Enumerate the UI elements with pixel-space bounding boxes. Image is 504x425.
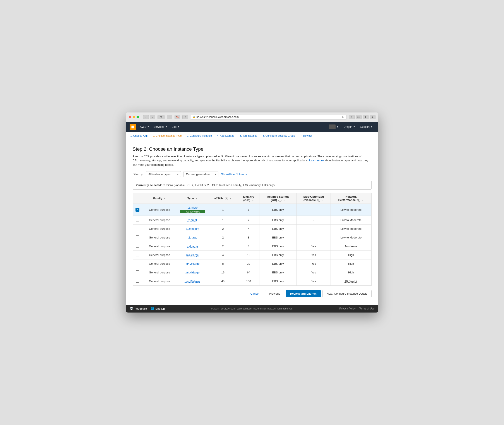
memory-sort-icon[interactable]: ▼: [252, 199, 254, 202]
row-checkbox-cell[interactable]: [133, 242, 142, 251]
instance-type-filter[interactable]: All instance types: [146, 171, 181, 177]
row-checkbox-cell[interactable]: [133, 268, 142, 277]
share-action-button[interactable]: ⎙: [349, 115, 355, 119]
storage-sort-icon[interactable]: ▼: [283, 199, 285, 201]
instance-type-link[interactable]: t2.medium: [186, 227, 199, 230]
download-action-button[interactable]: ⬇: [363, 115, 368, 119]
instance-type-link[interactable]: m4.large: [187, 245, 198, 248]
cell-ebs: -: [297, 225, 330, 233]
unselected-checkbox[interactable]: [136, 244, 139, 248]
row-checkbox-cell[interactable]: [133, 259, 142, 268]
privacy-policy-link[interactable]: Privacy Policy: [339, 307, 356, 310]
instance-type-link[interactable]: t2.small: [188, 218, 197, 222]
step-6-configure-security-group[interactable]: 6. Configure Security Group: [263, 134, 295, 138]
network-performance-link[interactable]: 10 Gigabit: [344, 279, 357, 283]
back-button[interactable]: ‹: [143, 115, 149, 119]
user-menu[interactable]: ▼: [327, 122, 341, 132]
cell-memory: 8: [238, 233, 259, 242]
cell-network: High: [331, 268, 371, 277]
generation-filter[interactable]: Current generation: [183, 171, 218, 177]
bookmark-button[interactable]: 🔖: [174, 115, 180, 119]
network-sort-icon[interactable]: ▼: [362, 199, 364, 201]
language-selector[interactable]: 🌐 English: [150, 307, 165, 310]
share-button[interactable]: ⤴: [182, 115, 188, 119]
step-5-tag-instance[interactable]: 5. Tag Instance: [239, 134, 257, 138]
terms-of-use-link[interactable]: Terms of Use: [359, 307, 375, 310]
cell-storage: EBS only: [259, 268, 297, 277]
type-sort-icon[interactable]: ▼: [195, 198, 197, 200]
support-menu[interactable]: Support ▼: [358, 122, 375, 132]
minimize-button[interactable]: [133, 116, 135, 118]
ebs-info-icon[interactable]: i: [317, 199, 320, 202]
instance-type-table: Family ▼ Type ▼ vCPUs i ▼ Memory(GiB): [133, 193, 372, 286]
show-hide-columns-link[interactable]: Show/Hide Columns: [221, 173, 247, 176]
aws-brand-caret: ▼: [147, 126, 149, 128]
home-button[interactable]: ⌂: [167, 115, 172, 119]
step-4-add-storage[interactable]: 4. Add Storage: [217, 134, 234, 138]
storage-info-icon[interactable]: i: [278, 199, 281, 202]
instance-type-link[interactable]: m4.xlarge: [186, 253, 199, 257]
unselected-checkbox[interactable]: [136, 227, 139, 230]
instance-type-link[interactable]: t2.micro: [187, 206, 197, 209]
table-row: General purposem4.10xlarge40160EBS onlyY…: [133, 277, 371, 286]
url-bar[interactable]: 🔒 us-west-2.console.aws.amazon.com ↻: [190, 115, 347, 120]
services-menu[interactable]: Services ▼: [151, 122, 169, 132]
row-checkbox-cell[interactable]: [133, 233, 142, 242]
row-checkbox-cell[interactable]: [133, 251, 142, 259]
instance-type-link[interactable]: m4.2xlarge: [186, 262, 200, 265]
region-menu[interactable]: Oregon ▼: [342, 122, 357, 132]
new-tab-button[interactable]: +: [370, 115, 375, 119]
cell-ebs: Yes: [297, 259, 330, 268]
unselected-checkbox[interactable]: [136, 253, 139, 256]
filter-label: Filter by:: [133, 173, 143, 176]
edit-menu[interactable]: Edit ▼: [169, 122, 181, 132]
unselected-checkbox[interactable]: [136, 262, 139, 265]
page-description: Amazon EC2 provides a wide selection of …: [133, 154, 368, 167]
row-checkbox-cell[interactable]: [133, 225, 142, 233]
edit-label: Edit: [172, 125, 176, 128]
cell-memory: 64: [238, 268, 259, 277]
cell-ebs: -: [297, 233, 330, 242]
row-checkbox-cell[interactable]: ✓: [133, 204, 142, 216]
cell-family: General purpose: [142, 225, 177, 233]
unselected-checkbox[interactable]: [136, 218, 139, 221]
unselected-checkbox[interactable]: [136, 235, 139, 239]
copy-action-button[interactable]: ⿰: [356, 115, 362, 119]
vcpus-info-icon[interactable]: i: [225, 197, 228, 200]
forward-button[interactable]: ›: [150, 115, 155, 119]
step-7-review[interactable]: 7. Review: [300, 134, 312, 138]
next-configure-instance-button[interactable]: Next: Configure Instance Details: [323, 290, 371, 297]
cell-family: General purpose: [142, 204, 177, 216]
instance-type-link[interactable]: m4.10xlarge: [185, 279, 200, 283]
maximize-button[interactable]: [136, 116, 139, 118]
selected-value: t2.micro (Variable ECUs, 1 vCPUs, 2.5 GH…: [163, 183, 275, 187]
cell-memory: 16: [238, 251, 259, 259]
aws-brand[interactable]: AWS ▼: [138, 122, 151, 132]
vcpus-sort-icon[interactable]: ▼: [230, 198, 232, 200]
instance-type-link[interactable]: m4.4xlarge: [186, 271, 200, 274]
step-2-choose-instance-type[interactable]: 2. Choose Instance Type: [153, 134, 182, 138]
col-header-vcpus: vCPUs i ▼: [208, 193, 238, 204]
unselected-checkbox[interactable]: [136, 279, 139, 283]
selected-checkbox[interactable]: ✓: [136, 208, 139, 212]
ebs-sort-icon[interactable]: ▼: [322, 199, 324, 201]
instance-type-link[interactable]: t2.large: [188, 236, 197, 239]
tab-view-button[interactable]: ⊞: [157, 115, 164, 119]
unselected-checkbox[interactable]: [136, 270, 139, 274]
reload-icon[interactable]: ↻: [342, 116, 344, 119]
cancel-button[interactable]: Cancel: [246, 290, 263, 297]
network-info-icon[interactable]: i: [357, 199, 360, 202]
row-checkbox-cell[interactable]: [133, 216, 142, 225]
family-sort-icon[interactable]: ▼: [164, 198, 166, 200]
close-button[interactable]: [129, 116, 131, 118]
previous-button[interactable]: Previous: [265, 290, 284, 297]
review-and-launch-button[interactable]: Review and Launch: [286, 290, 321, 297]
feedback-button[interactable]: 💬 Feedback: [129, 307, 147, 310]
learn-more-link[interactable]: Learn more: [309, 159, 323, 162]
step-3-configure-instance[interactable]: 3. Configure Instance: [187, 134, 212, 138]
support-label: Support: [361, 125, 370, 128]
services-caret: ▼: [165, 126, 167, 128]
row-checkbox-cell[interactable]: [133, 277, 142, 286]
cell-storage: EBS only: [259, 204, 297, 216]
step-1-choose-ami[interactable]: 1. Choose AMI: [130, 134, 148, 138]
